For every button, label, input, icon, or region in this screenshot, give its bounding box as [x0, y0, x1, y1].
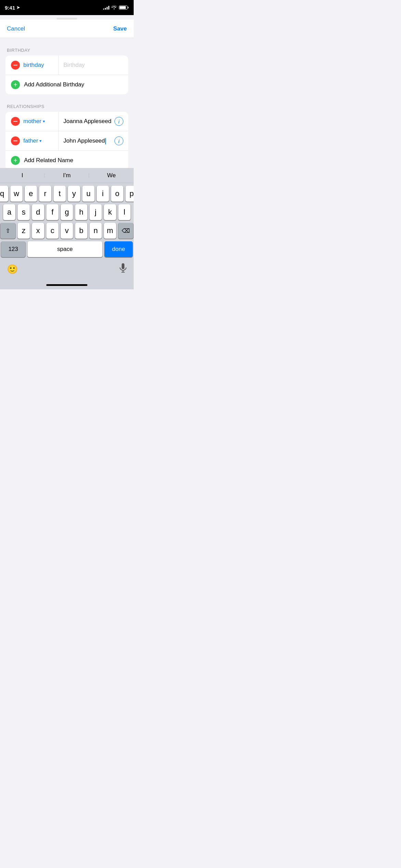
mother-remove-button[interactable]	[11, 117, 20, 126]
content-area: BIRTHDAY birthday Birthday Add Additiona…	[0, 38, 134, 170]
done-key[interactable]: done	[105, 241, 133, 257]
mother-field-label: mother	[23, 118, 41, 125]
add-related-icon	[11, 156, 20, 165]
autocomplete-word-2[interactable]: I'm	[45, 172, 89, 179]
key-h[interactable]: h	[75, 204, 87, 220]
key-row-4: 123 space done	[1, 241, 133, 257]
mic-key[interactable]	[119, 263, 127, 275]
father-chevron-icon[interactable]: ▾	[39, 138, 41, 143]
keyboard: I I'm We q w e r t y u i o p a s d f g h…	[0, 168, 134, 289]
mother-row[interactable]: mother ▾ Joanna Appleseed i	[5, 112, 128, 131]
key-row-3: ⇧ z x c v b n m ⌫	[1, 223, 133, 239]
time-display: 9:41	[5, 5, 15, 11]
key-y[interactable]: y	[68, 186, 80, 202]
text-cursor	[105, 138, 106, 144]
key-rows: q w e r t y u i o p a s d f g h j k l ⇧ …	[0, 183, 134, 261]
key-l[interactable]: l	[118, 204, 131, 220]
key-g[interactable]: g	[61, 204, 73, 220]
shift-key[interactable]: ⇧	[0, 223, 15, 239]
key-j[interactable]: j	[89, 204, 102, 220]
number-mode-key[interactable]: 123	[1, 241, 25, 257]
birthday-input-cell[interactable]: Birthday	[59, 56, 128, 75]
location-arrow-icon: ➤	[16, 5, 20, 10]
delete-key[interactable]: ⌫	[118, 223, 133, 239]
mother-chevron-icon[interactable]: ▾	[43, 119, 45, 124]
key-k[interactable]: k	[104, 204, 116, 220]
mother-value: Joanna Appleseed	[63, 118, 114, 125]
key-x[interactable]: x	[32, 223, 44, 239]
cancel-button[interactable]: Cancel	[7, 25, 25, 32]
svg-rect-0	[122, 263, 124, 269]
key-w[interactable]: w	[10, 186, 23, 202]
father-label-cell[interactable]: father ▾	[5, 131, 59, 150]
key-b[interactable]: b	[75, 223, 87, 239]
key-t[interactable]: t	[53, 186, 66, 202]
key-d[interactable]: d	[32, 204, 44, 220]
key-v[interactable]: v	[61, 223, 73, 239]
mother-label-cell[interactable]: mother ▾	[5, 112, 59, 131]
autocomplete-bar: I I'm We	[0, 168, 134, 183]
home-bar	[46, 284, 87, 286]
signal-icon	[103, 5, 109, 10]
key-f[interactable]: f	[46, 204, 59, 220]
mother-info-button[interactable]: i	[114, 117, 123, 126]
birthday-placeholder: Birthday	[63, 62, 85, 69]
birthday-remove-button[interactable]	[11, 61, 20, 70]
key-q[interactable]: q	[0, 186, 8, 202]
relationships-card: mother ▾ Joanna Appleseed i father ▾ Joh…	[5, 112, 128, 170]
status-icons	[103, 5, 127, 10]
status-time: 9:41 ➤	[5, 5, 20, 11]
home-indicator	[0, 278, 134, 289]
father-row[interactable]: father ▾ John Appleseed i	[5, 131, 128, 151]
key-p[interactable]: p	[125, 186, 134, 202]
mother-input-cell[interactable]: Joanna Appleseed i	[59, 112, 128, 131]
autocomplete-word-3[interactable]: We	[89, 172, 134, 179]
key-z[interactable]: z	[17, 223, 30, 239]
father-remove-button[interactable]	[11, 136, 20, 145]
key-o[interactable]: o	[111, 186, 123, 202]
add-related-row[interactable]: Add Related Name	[5, 151, 128, 170]
save-button[interactable]: Save	[113, 25, 127, 32]
key-a[interactable]: a	[3, 204, 15, 220]
add-birthday-row[interactable]: Add Additional Birthday	[5, 75, 128, 94]
father-info-button[interactable]: i	[114, 136, 123, 145]
nav-bar: Cancel Save	[0, 20, 134, 38]
status-bar: 9:41 ➤	[0, 0, 134, 15]
space-key[interactable]: space	[27, 241, 102, 257]
emoji-key[interactable]: 🙂	[7, 264, 18, 275]
add-related-label: Add Related Name	[24, 157, 73, 164]
father-value: John Appleseed	[63, 137, 114, 144]
keyboard-bottom: 🙂	[0, 261, 134, 278]
key-m[interactable]: m	[104, 223, 116, 239]
birthday-field-label: birthday	[23, 62, 44, 69]
birthday-row[interactable]: birthday Birthday	[5, 56, 128, 75]
key-n[interactable]: n	[89, 223, 102, 239]
birthday-section-label: BIRTHDAY	[0, 48, 134, 53]
birthday-label-cell[interactable]: birthday	[5, 56, 59, 75]
birthday-card: birthday Birthday Add Additional Birthda…	[5, 56, 128, 94]
key-row-2: a s d f g h j k l	[1, 204, 133, 220]
key-i[interactable]: i	[97, 186, 109, 202]
key-u[interactable]: u	[82, 186, 95, 202]
battery-icon	[119, 5, 127, 10]
key-c[interactable]: c	[46, 223, 59, 239]
key-row-1: q w e r t y u i o p	[1, 186, 133, 202]
wifi-icon	[111, 5, 117, 10]
add-birthday-icon	[11, 80, 20, 89]
father-input-cell[interactable]: John Appleseed i	[59, 131, 128, 150]
father-field-label: father	[23, 137, 38, 144]
relationships-section-label: RELATIONSHIPS	[0, 104, 134, 109]
add-birthday-label: Add Additional Birthday	[24, 81, 84, 88]
key-s[interactable]: s	[17, 204, 30, 220]
key-r[interactable]: r	[39, 186, 51, 202]
key-e[interactable]: e	[25, 186, 37, 202]
autocomplete-word-1[interactable]: I	[0, 172, 45, 179]
